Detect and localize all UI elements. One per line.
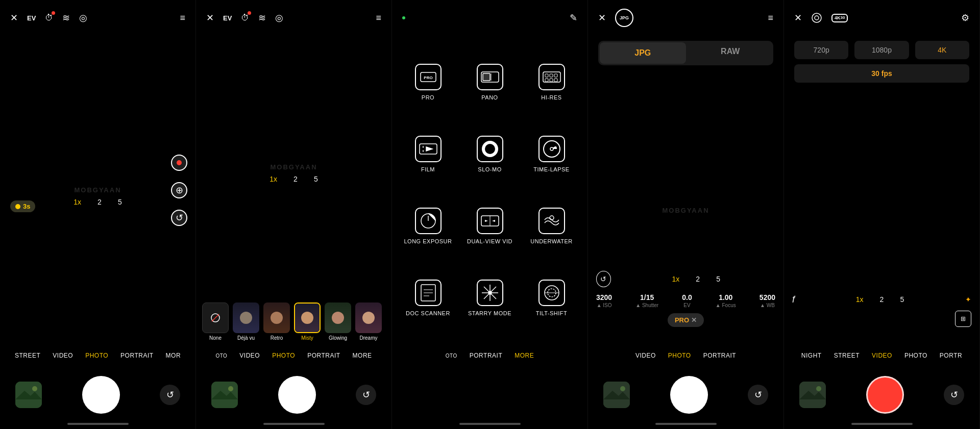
menu-icon[interactable]: ≡ xyxy=(180,13,185,23)
mode-more-3[interactable]: MORE xyxy=(508,352,540,359)
mode-timelapse[interactable]: TIME-LAPSE xyxy=(521,118,582,190)
gallery-thumb-1[interactable] xyxy=(15,382,42,408)
format-jpg-btn[interactable]: JPG xyxy=(600,42,686,64)
bottom-controls-3 xyxy=(392,367,587,423)
mode-video-2[interactable]: VIDEO xyxy=(233,352,266,359)
pro-active-badge[interactable]: PRO ✕ xyxy=(668,313,704,327)
shutter-button-5[interactable] xyxy=(866,376,904,414)
mode-night-5[interactable]: NIGHT xyxy=(795,352,828,359)
mode-docscanner[interactable]: DOC SCANNER xyxy=(397,262,459,334)
mode-dualview[interactable]: DUAL-VIEW VID xyxy=(459,190,521,262)
mode-starry[interactable]: STARRY MODE xyxy=(459,262,521,334)
filter-retro[interactable]: Retro xyxy=(263,302,290,341)
mode-video-5[interactable]: VIDEO xyxy=(866,352,898,359)
shutter-button-2[interactable] xyxy=(278,376,316,414)
pro-icon: PRO xyxy=(415,64,442,90)
focus-stat: 1.00 ▲ Focus xyxy=(716,293,736,308)
zoom-2-2[interactable]: 2 xyxy=(290,173,301,185)
timer-icon[interactable]: ⏱ xyxy=(45,13,53,22)
record-icon-1[interactable] xyxy=(171,155,187,171)
mode-video-1[interactable]: VIDEO xyxy=(46,352,79,359)
mode-pro[interactable]: PRO PRO xyxy=(397,46,459,118)
res-4k-btn[interactable]: 4K xyxy=(915,41,969,59)
jpg-badge-icon[interactable]: JPG xyxy=(615,9,633,27)
svg-rect-11 xyxy=(483,73,490,81)
mode-street-5[interactable]: STREET xyxy=(828,352,866,359)
mode-oto-3[interactable]: OTO xyxy=(439,353,463,359)
mode-photo-2[interactable]: PHOTO xyxy=(266,352,301,359)
flip-button-2[interactable]: ↺ xyxy=(356,385,376,405)
flash-off-icon-5[interactable]: ✕ xyxy=(794,12,802,23)
flash-off-icon-2[interactable]: ✕ xyxy=(206,12,214,23)
mode-pano[interactable]: PANO xyxy=(459,46,521,118)
focus-icon[interactable]: ◎ xyxy=(79,12,87,23)
zoom-2-5[interactable]: 2 xyxy=(877,293,887,306)
mode-portrait-2[interactable]: PORTRAIT xyxy=(301,352,346,359)
fps-30-btn[interactable]: 30 fps xyxy=(794,64,969,83)
zoom-1x-4[interactable]: 1x xyxy=(669,273,683,285)
mode-oto-2[interactable]: OTO xyxy=(209,353,233,359)
filter-dreamy[interactable]: Dreamy xyxy=(355,302,382,341)
scan-icon-5[interactable]: ⊞ xyxy=(955,311,971,327)
zoom-2-4[interactable]: 2 xyxy=(693,273,703,285)
4k30-badge[interactable]: 4K 30 xyxy=(831,14,848,22)
mode-longexposure[interactable]: LONG EXPOSUR xyxy=(397,190,459,262)
star-icon-5[interactable]: ✦ xyxy=(965,295,971,304)
mode-photo-5[interactable]: PHOTO xyxy=(898,352,934,359)
motion-icon-2[interactable]: ≋ xyxy=(258,12,266,23)
mode-underwater[interactable]: UNDERWATER xyxy=(521,190,582,262)
zoom-2-1[interactable]: 2 xyxy=(94,196,105,208)
flip-button-1[interactable]: ↺ xyxy=(160,385,180,405)
mode-portrait-3[interactable]: PORTRAIT xyxy=(463,352,508,359)
menu-icon-4[interactable]: ≡ xyxy=(768,13,773,23)
ev-icon-2[interactable]: EV xyxy=(223,14,232,22)
edit-icon-3[interactable]: ✎ xyxy=(570,12,577,23)
gallery-thumb-4[interactable] xyxy=(603,382,630,408)
shutter-button-4[interactable] xyxy=(670,376,708,414)
zoom-5-5[interactable]: 5 xyxy=(897,293,907,306)
flip-button-5[interactable]: ↺ xyxy=(944,385,964,405)
filter-misty[interactable]: Misty xyxy=(294,302,321,341)
filter-dejavu[interactable]: Déjà vu xyxy=(233,302,259,341)
mode-portrait-4[interactable]: PORTRAIT xyxy=(697,352,742,359)
format-raw-btn[interactable]: RAW xyxy=(688,41,774,65)
menu-icon-2[interactable]: ≡ xyxy=(376,13,381,23)
mode-photo-4[interactable]: PHOTO xyxy=(662,352,697,359)
flip-button-4[interactable]: ↺ xyxy=(748,385,768,405)
mode-video-4[interactable]: VIDEO xyxy=(629,352,662,359)
zoom-1x-5[interactable]: 1x xyxy=(853,293,867,306)
gallery-thumb-2[interactable] xyxy=(211,382,238,408)
refresh-icon-4[interactable]: ↺ xyxy=(596,271,611,287)
flash-off-icon-4[interactable]: ✕ xyxy=(598,12,606,23)
mode-portrait-5[interactable]: PORTR xyxy=(934,352,968,359)
mode-tiltshift[interactable]: TILT-SHIFT xyxy=(521,262,582,334)
gallery-thumb-5[interactable] xyxy=(799,382,826,408)
mode-hires[interactable]: HI-RES xyxy=(521,46,582,118)
zoom-5-1[interactable]: 5 xyxy=(115,196,125,208)
timer-icon-2[interactable]: ⏱ xyxy=(241,13,249,22)
filter-none[interactable]: None xyxy=(202,302,229,341)
zoom-1x-1[interactable]: 1x xyxy=(70,196,84,208)
svg-rect-14 xyxy=(545,74,548,77)
mode-more-2[interactable]: MORE xyxy=(347,352,378,359)
res-720p-btn[interactable]: 720p xyxy=(794,41,848,59)
flash-off-icon[interactable]: ✕ xyxy=(10,12,18,23)
focus-icon-2[interactable]: ◎ xyxy=(275,12,283,23)
res-1080p-btn[interactable]: 1080p xyxy=(854,41,909,59)
camera-switch-icon-5[interactable] xyxy=(811,12,822,23)
shutter-button-1[interactable] xyxy=(82,376,120,414)
zoom-5-4[interactable]: 5 xyxy=(713,273,723,285)
zoom-5-2[interactable]: 5 xyxy=(311,173,321,185)
mode-more-1[interactable]: MOR xyxy=(160,352,187,359)
zoom-1x-2[interactable]: 1x xyxy=(266,173,280,185)
mode-photo-1[interactable]: PHOTO xyxy=(79,352,114,359)
mode-slomo[interactable]: SLO-MO xyxy=(459,118,521,190)
mode-portrait-1[interactable]: PORTRAIT xyxy=(114,352,159,359)
ev-icon[interactable]: EV xyxy=(27,14,36,22)
mode-film[interactable]: FILM xyxy=(397,118,459,190)
motion-icon[interactable]: ≋ xyxy=(62,12,70,23)
settings-gear-icon[interactable]: ⚙ xyxy=(961,12,969,23)
filter-glowing[interactable]: Glowing xyxy=(325,302,351,341)
pro-close-icon[interactable]: ✕ xyxy=(691,316,697,324)
mode-street-1[interactable]: STREET xyxy=(9,352,46,359)
